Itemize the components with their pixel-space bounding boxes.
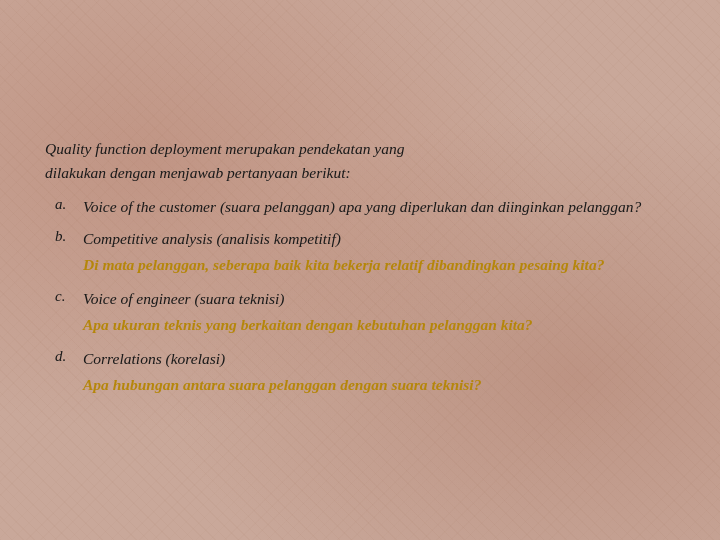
item-b-primary: Competitive analysis (analisis kompetiti…: [83, 227, 670, 251]
list-content-b: Competitive analysis (analisis kompetiti…: [83, 227, 670, 277]
content-area: Quality function deployment merupakan pe…: [20, 107, 700, 433]
item-c-secondary: Apa ukuran teknis yang berkaitan dengan …: [83, 313, 670, 337]
item-c-primary: Voice of engineer (suara teknisi): [83, 287, 670, 311]
intro-paragraph: Quality function deployment merupakan pe…: [45, 137, 670, 185]
list-letter-b: b.: [55, 227, 83, 245]
item-d-primary: Correlations (korelasi): [83, 347, 670, 371]
list-item-c: c. Voice of engineer (suara teknisi) Apa…: [55, 287, 670, 337]
list-letter-d: d.: [55, 347, 83, 365]
list-letter-c: c.: [55, 287, 83, 305]
intro-line2: dilakukan dengan menjawab pertanyaan ber…: [45, 164, 351, 181]
list-item-d: d. Correlations (korelasi) Apa hubungan …: [55, 347, 670, 397]
page-background: Quality function deployment merupakan pe…: [0, 0, 720, 540]
list-item-a: a. Voice of the customer (suara pelangga…: [55, 195, 670, 221]
item-a-primary: Voice of the customer (suara pelanggan) …: [83, 195, 670, 219]
item-d-secondary: Apa hubungan antara suara pelanggan deng…: [83, 373, 670, 397]
list-content-a: Voice of the customer (suara pelanggan) …: [83, 195, 670, 221]
list-item-b: b. Competitive analysis (analisis kompet…: [55, 227, 670, 277]
list-content-c: Voice of engineer (suara teknisi) Apa uk…: [83, 287, 670, 337]
list-content-d: Correlations (korelasi) Apa hubungan ant…: [83, 347, 670, 397]
list-letter-a: a.: [55, 195, 83, 213]
intro-line1: Quality function deployment merupakan pe…: [45, 140, 404, 157]
list-container: a. Voice of the customer (suara pelangga…: [45, 195, 670, 397]
item-b-secondary: Di mata pelanggan, seberapa baik kita be…: [83, 253, 670, 277]
